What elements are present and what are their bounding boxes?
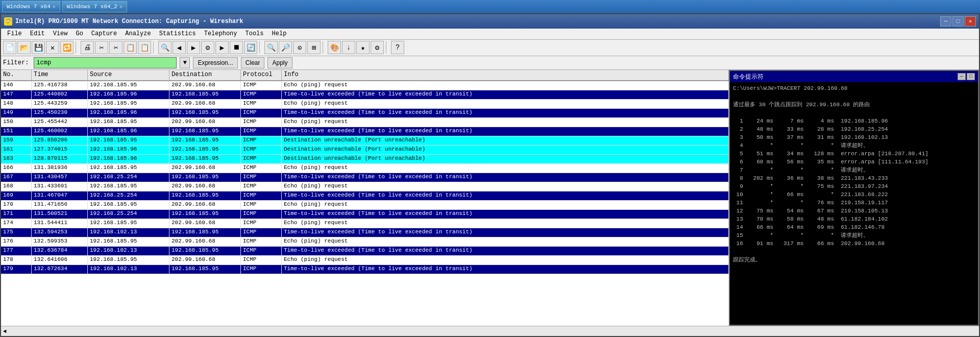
- toolbar-mark[interactable]: ★: [356, 41, 370, 54]
- menu-file[interactable]: File: [3, 29, 26, 38]
- filter-apply-button[interactable]: Apply: [267, 57, 292, 68]
- toolbar-open[interactable]: 📂: [17, 41, 31, 54]
- menu-tools[interactable]: Tools: [241, 29, 268, 38]
- packet-row[interactable]: 146 125.416738 192.168.185.95 202.99.160…: [1, 81, 729, 90]
- menu-capture[interactable]: Capture: [87, 29, 121, 38]
- cmd-route-line: 11 * * 76 ms 219.158.19.117: [733, 199, 975, 207]
- taskbar-item-1-close[interactable]: ✕: [53, 4, 56, 10]
- toolbar-new[interactable]: 📄: [3, 41, 16, 54]
- packet-row[interactable]: 163 128.879115 192.168.185.96 192.168.18…: [1, 155, 729, 164]
- packet-row[interactable]: 147 125.440802 192.168.185.96 192.168.18…: [1, 90, 729, 100]
- toolbar-capture-stop[interactable]: ⏹: [230, 41, 243, 54]
- packet-row[interactable]: 179 132.672634 192.168.102.13 192.168.18…: [1, 265, 729, 274]
- cell-info: Destination unreachable (Port unreachabl…: [282, 146, 729, 154]
- toolbar-settings[interactable]: ⚙: [371, 41, 384, 54]
- packet-row[interactable]: 178 132.641606 192.168.185.95 202.99.160…: [1, 256, 729, 265]
- packet-row[interactable]: 149 125.450230 192.168.185.96 192.168.18…: [1, 109, 729, 118]
- toolbar-forward[interactable]: ▶: [187, 41, 200, 54]
- menu-analyze[interactable]: Analyze: [121, 29, 155, 38]
- menu-edit[interactable]: Edit: [26, 29, 49, 38]
- packet-row[interactable]: 176 132.599353 192.168.185.95 202.99.160…: [1, 237, 729, 247]
- cell-info: Destination unreachable (Port unreachabl…: [282, 155, 729, 163]
- cmd-footer: 跟踪完成。: [733, 256, 975, 264]
- cell-no: 148: [1, 100, 32, 108]
- toolbar-colorize[interactable]: 🎨: [328, 41, 341, 54]
- cell-info: Destination unreachable (Port unreachabl…: [282, 136, 729, 145]
- cell-source: 192.168.185.95: [88, 81, 169, 90]
- menu-statistics[interactable]: Statistics: [155, 29, 200, 38]
- toolbar-close[interactable]: ✕: [46, 41, 59, 54]
- close-button[interactable]: ✕: [965, 16, 976, 27]
- cell-no: 161: [1, 146, 32, 154]
- toolbar-paste[interactable]: 📋: [138, 41, 151, 54]
- packet-row[interactable]: 151 125.460002 192.168.185.96 192.168.18…: [1, 127, 729, 136]
- cell-proto: ICMP: [241, 164, 282, 173]
- toolbar-capture-opts[interactable]: ⚙: [201, 41, 214, 54]
- cmd-title-text: 命令提示符: [733, 73, 764, 81]
- packet-row[interactable]: 175 132.594253 192.168.102.13 192.168.18…: [1, 228, 729, 237]
- toolbar-zoom-normal[interactable]: ⊙: [293, 41, 306, 54]
- cell-dest: 202.99.160.68: [169, 100, 241, 108]
- packet-row[interactable]: 168 131.433691 192.168.185.95 202.99.160…: [1, 182, 729, 191]
- cell-info: Echo (ping) request: [282, 219, 729, 228]
- toolbar-cut[interactable]: ✂: [109, 41, 122, 54]
- packet-row[interactable]: 177 132.636784 192.168.102.13 192.168.18…: [1, 247, 729, 256]
- cmd-route-line: 5 51 ms 34 ms 128 ms error.arpa [218.207…: [733, 150, 975, 158]
- packet-row[interactable]: 170 131.471656 192.168.185.95 202.99.160…: [1, 201, 729, 210]
- cell-proto: ICMP: [241, 155, 282, 163]
- toolbar-save[interactable]: 💾: [32, 41, 45, 54]
- cmd-minimize[interactable]: ─: [958, 73, 966, 80]
- cell-proto: ICMP: [241, 191, 282, 200]
- filter-clear-button[interactable]: Clear: [241, 57, 265, 68]
- toolbar-zoom-in-2[interactable]: 🔍: [264, 41, 278, 54]
- taskbar-item-2[interactable]: Windows 7 x64_2 ✕: [62, 1, 127, 12]
- cmd-blank-2: [733, 109, 975, 117]
- toolbar-auto-scroll[interactable]: ↓: [342, 41, 355, 54]
- toolbar-capture-restart[interactable]: 🔄: [244, 41, 257, 54]
- toolbar-zoom-out[interactable]: 🔎: [279, 41, 292, 54]
- taskbar-item-2-close[interactable]: ✕: [119, 4, 122, 10]
- minimize-button[interactable]: ─: [940, 16, 951, 27]
- toolbar-copy[interactable]: 📋: [124, 41, 137, 54]
- toolbar-back[interactable]: ◀: [173, 41, 186, 54]
- toolbar-help[interactable]: ?: [391, 41, 404, 54]
- cmd-route-line: 7 * * * 请求超时。: [733, 166, 975, 174]
- filter-dropdown[interactable]: ▼: [180, 57, 190, 68]
- menu-telephony[interactable]: Telephony: [200, 29, 241, 38]
- cmd-route-line: 15 * * * 请求超时。: [733, 231, 975, 239]
- cell-source: 192.168.185.96: [88, 90, 169, 99]
- packet-row[interactable]: 174 131.544411 192.168.185.95 202.99.160…: [1, 219, 729, 228]
- taskbar-item-1[interactable]: Windows 7 x64 ✕: [2, 1, 60, 12]
- toolbar-resize[interactable]: ⊞: [307, 41, 321, 54]
- toolbar-reload[interactable]: 🔁: [60, 41, 74, 54]
- cell-info: Time-to-live exceeded (Time to live exce…: [282, 173, 729, 182]
- toolbar-print[interactable]: 🖨: [81, 41, 94, 54]
- menu-view[interactable]: View: [49, 29, 72, 38]
- cell-no: 170: [1, 201, 32, 209]
- toolbar-find[interactable]: ✂: [95, 41, 108, 54]
- cell-dest: 202.99.160.68: [169, 118, 241, 127]
- cmd-route-line: 10 * 66 ms * 221.183.68.222: [733, 190, 975, 199]
- menu-go[interactable]: Go: [71, 29, 87, 38]
- packet-row[interactable]: 167 131.430457 192.168.25.254 192.168.18…: [1, 173, 729, 182]
- filter-input[interactable]: [34, 57, 177, 68]
- maximize-button[interactable]: □: [952, 16, 964, 27]
- toolbar-zoom-in[interactable]: 🔍: [158, 41, 172, 54]
- cell-info: Echo (ping) request: [282, 100, 729, 108]
- scroll-left[interactable]: ◄: [3, 328, 7, 334]
- packet-row[interactable]: 169 131.467047 192.168.25.254 192.168.18…: [1, 191, 729, 201]
- packet-row[interactable]: 166 131.381936 192.168.185.95 202.99.160…: [1, 164, 729, 173]
- toolbar-capture-start[interactable]: ▶: [215, 41, 229, 54]
- packet-row[interactable]: 161 127.374015 192.168.185.96 192.168.18…: [1, 146, 729, 155]
- packet-row[interactable]: 148 125.443259 192.168.185.95 202.99.160…: [1, 100, 729, 109]
- menu-help[interactable]: Help: [268, 29, 291, 38]
- cmd-maximize[interactable]: □: [967, 73, 975, 80]
- packet-row[interactable]: 171 131.500521 192.168.25.254 192.168.18…: [1, 210, 729, 219]
- toolbar: 📄 📂 💾 ✕ 🔁 🖨 ✂ ✂ 📋 📋 🔍 ◀ ▶ ⚙ ▶ ⏹ 🔄 🔍 🔎 ⊙ …: [1, 40, 979, 56]
- packet-list[interactable]: No. Time Source Destination Protocol Inf…: [1, 70, 729, 326]
- packet-row[interactable]: 150 125.455442 192.168.185.95 202.99.160…: [1, 118, 729, 127]
- packet-row[interactable]: 159 125.850206 192.168.185.95 192.168.18…: [1, 136, 729, 146]
- filter-expression-button[interactable]: Expression...: [193, 57, 237, 68]
- cell-dest: 202.99.160.68: [169, 256, 241, 264]
- cmd-blank-3: [733, 248, 975, 256]
